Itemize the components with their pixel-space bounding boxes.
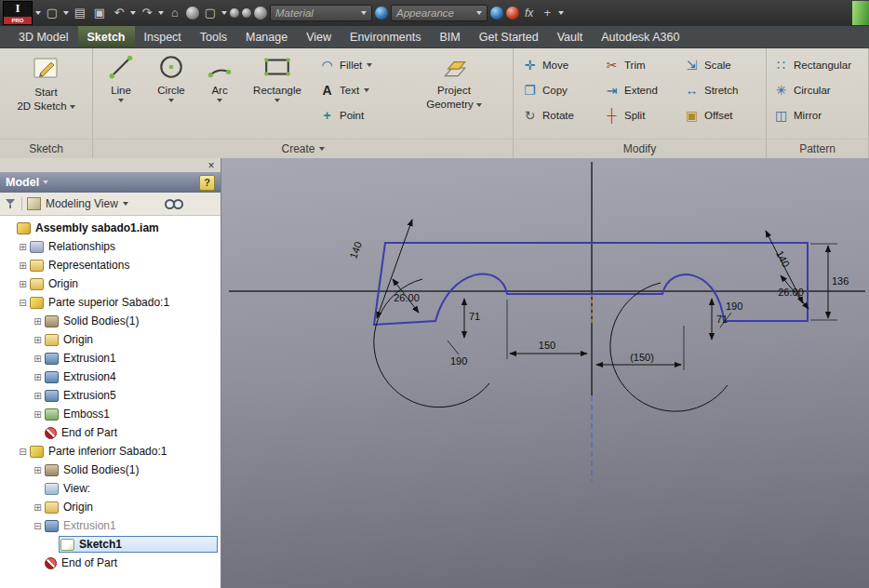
tree-item-end-of-part-1[interactable]: End of Part (0, 423, 221, 442)
rectangle-button[interactable]: Rectangle (242, 48, 313, 139)
tab-autodesk-a360[interactable]: Autodesk A360 (592, 26, 689, 47)
tab-3d-model[interactable]: 3D Model (9, 26, 78, 47)
app-menu-caret[interactable] (35, 11, 41, 15)
start-2d-sketch-caret[interactable] (70, 105, 75, 109)
tab-bim[interactable]: BIM (431, 26, 470, 47)
redo-caret[interactable] (158, 11, 164, 15)
arc-button[interactable]: Arc (197, 48, 242, 139)
save-button[interactable]: ▣ (91, 4, 108, 22)
joint-tool-icon[interactable] (242, 8, 251, 18)
move-button[interactable]: ✛ Move (515, 52, 597, 77)
tree-item-origin-3[interactable]: ⊞ Origin (0, 498, 221, 516)
adjust-material-orb[interactable] (375, 7, 388, 20)
expand-toggle[interactable]: ⊟ (32, 521, 44, 531)
mirror-button[interactable]: ◫ Mirror (767, 102, 858, 127)
tab-get-started[interactable]: Get Started (470, 26, 548, 47)
material-combobox-caret[interactable] (361, 11, 367, 15)
inventor-logo[interactable]: I PRO (3, 1, 33, 25)
tree-item-extrusion5[interactable]: ⊞ Extrusion5 (0, 386, 221, 405)
tree-item-parte-superior[interactable]: ⊟ Parte superior Sabado:1 (0, 293, 221, 312)
panel-label-modify[interactable]: Modify (514, 139, 766, 158)
parameters-fx-button[interactable]: fx (522, 7, 536, 20)
expand-toggle[interactable]: ⊞ (32, 502, 44, 513)
extend-button[interactable]: ⇥ Extend (597, 77, 677, 102)
selected-item-highlight[interactable]: Sketch1 (59, 536, 218, 553)
expand-toggle[interactable]: ⊞ (32, 372, 44, 382)
line-button[interactable]: Line (97, 48, 145, 139)
tree-item-sketch1[interactable]: Sketch1 (0, 535, 221, 554)
expand-toggle[interactable]: ⊞ (32, 354, 44, 364)
tree-item-assembly[interactable]: Assembly sabado1.iam (0, 219, 221, 237)
expand-toggle[interactable]: ⊞ (17, 261, 29, 271)
fillet-button[interactable]: ◠ Fillet (313, 52, 415, 77)
tree-item-relationships[interactable]: ⊞ Relationships (0, 237, 221, 256)
expand-toggle[interactable]: ⊟ (17, 447, 29, 457)
modeling-view-caret[interactable] (123, 202, 128, 206)
split-button[interactable]: ┼ Split (597, 102, 677, 127)
home-button[interactable]: ⌂ (167, 4, 183, 22)
tree-item-extrusion1-lower[interactable]: ⊟ Extrusion1 (0, 516, 221, 535)
expand-toggle[interactable]: ⊞ (32, 409, 44, 420)
tab-tools[interactable]: Tools (191, 26, 236, 47)
browser-help-button[interactable]: ? (199, 175, 215, 191)
tab-inspect[interactable]: Inspect (135, 26, 191, 47)
dim-26-right[interactable]: 26.00 (778, 275, 809, 309)
browser-title-caret[interactable] (43, 180, 48, 184)
text-dropdown-caret[interactable] (364, 88, 369, 92)
rectangle-dropdown-caret[interactable] (274, 99, 280, 102)
arc-dropdown-caret[interactable] (217, 99, 222, 102)
tree-item-emboss1[interactable]: ⊞ Emboss1 (0, 405, 221, 423)
panel-label-create[interactable]: Create (93, 139, 513, 158)
tab-view[interactable]: View (297, 26, 341, 47)
modeling-view-label[interactable]: Modeling View (46, 197, 118, 210)
browser-header[interactable]: Model ? (0, 172, 221, 193)
project-geometry-caret[interactable] (476, 103, 482, 107)
open-button[interactable]: ▤ (72, 4, 88, 22)
panel-label-pattern[interactable]: Pattern (767, 139, 868, 158)
appearance-browser-orb[interactable] (490, 7, 503, 20)
link-tool-icon[interactable] (230, 8, 239, 18)
selection-filter-caret[interactable] (221, 11, 227, 15)
tree-item-solid-bodies-1[interactable]: ⊞ Solid Bodies(1) (0, 312, 221, 330)
panel-label-sketch[interactable]: Sketch (0, 139, 92, 158)
point-button[interactable]: + Point (313, 102, 415, 127)
tree-item-origin-2[interactable]: ⊞ Origin (0, 330, 221, 349)
tree-item-extrusion4[interactable]: ⊞ Extrusion4 (0, 368, 221, 386)
quick-access-add-button[interactable]: + (539, 4, 555, 22)
dim-150[interactable]: 150 (507, 300, 587, 359)
expand-toggle[interactable]: ⊟ (17, 298, 29, 308)
tab-environments[interactable]: Environments (341, 26, 430, 47)
fillet-dropdown-caret[interactable] (367, 63, 372, 67)
undo-button[interactable]: ↶ (111, 4, 127, 22)
tree-item-origin-1[interactable]: ⊞ Origin (0, 274, 221, 293)
line-dropdown-caret[interactable] (118, 99, 124, 102)
scale-button[interactable]: ⇲ Scale (677, 52, 765, 77)
material-combobox[interactable]: Material (270, 5, 372, 21)
start-2d-sketch-button[interactable]: Start 2D Sketch (13, 48, 78, 139)
tree-item-parte-inferiorr[interactable]: ⊟ Parte inferiorr Sabado:1 (0, 442, 221, 461)
dim-140-left[interactable]: 140 (347, 220, 412, 318)
filter-icon[interactable] (6, 198, 17, 209)
web-help-globe-icon[interactable] (254, 7, 267, 20)
tree-item-end-of-part-2[interactable]: End of Part (0, 554, 221, 572)
circle-dropdown-caret[interactable] (168, 99, 174, 102)
graphics-canvas[interactable]: 150 (150) 71 71 190 190 140 (221, 158, 869, 588)
stretch-button[interactable]: ↔ Stretch (677, 77, 765, 102)
expand-toggle[interactable]: ⊞ (17, 279, 29, 289)
undo-caret[interactable] (130, 11, 136, 15)
circular-pattern-button[interactable]: ✳ Circular (767, 77, 858, 102)
selection-filter-button[interactable]: ▢ (202, 4, 219, 22)
dim-71-left[interactable]: 71 (464, 299, 480, 338)
rectangular-pattern-button[interactable]: ∷ Rectangular (767, 52, 858, 77)
expand-toggle[interactable]: ⊞ (32, 316, 44, 327)
copy-button[interactable]: ❐ Copy (515, 77, 597, 102)
search-binoculars-icon[interactable] (165, 199, 183, 209)
tree-item-view[interactable]: View: (0, 479, 221, 498)
expand-toggle[interactable]: ⊞ (32, 465, 44, 475)
expand-toggle[interactable]: ⊞ (32, 335, 44, 345)
clear-overrides-orb[interactable] (506, 7, 519, 20)
new-document-caret[interactable] (63, 11, 69, 15)
trim-button[interactable]: ✂ Trim (597, 52, 677, 77)
dimension-arc-right[interactable] (610, 283, 728, 411)
redo-button[interactable]: ↷ (139, 4, 155, 22)
